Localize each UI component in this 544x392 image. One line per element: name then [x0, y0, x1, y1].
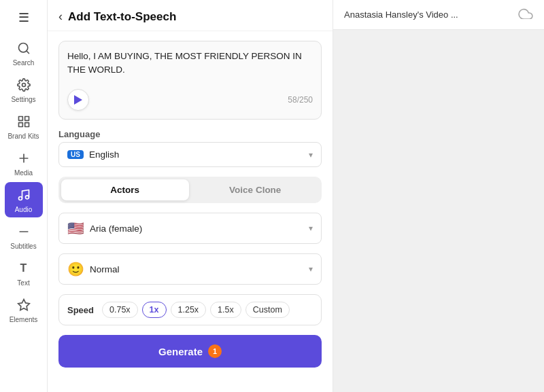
svg-point-2 — [22, 84, 25, 87]
generate-badge: 1 — [208, 344, 222, 358]
speed-label: Speed — [67, 305, 94, 315]
speed-custom[interactable]: Custom — [245, 302, 290, 318]
dropdown-left: US English — [67, 149, 119, 160]
svg-rect-4 — [24, 117, 29, 121]
char-count: 58/250 — [288, 95, 313, 105]
voice-clone-tab[interactable]: Voice Clone — [192, 179, 320, 200]
panel-header: ‹ Add Text-to-Speech — [48, 0, 333, 31]
language-selected: English — [89, 149, 119, 160]
text-input-box[interactable]: Hello, I AM BUYING, THE MOST FRIENDLY PE… — [58, 41, 322, 120]
svg-point-10 — [25, 196, 29, 199]
brand-kits-icon — [15, 113, 33, 130]
speed-125x[interactable]: 1.25x — [171, 302, 207, 318]
generate-label: Generate — [158, 346, 203, 357]
back-button[interactable]: ‹ — [58, 10, 63, 24]
main-area: Anastasia Hansley's Video ... — [333, 0, 544, 392]
text-icon: T — [15, 260, 33, 277]
voice-left: 🇺🇸 Aria (female) — [67, 220, 142, 236]
media-icon — [15, 149, 33, 167]
audio-icon — [15, 186, 33, 204]
sidebar-item-text[interactable]: T Text — [5, 255, 43, 291]
project-title: Anastasia Hansley's Video ... — [344, 10, 458, 20]
voice-dropdown[interactable]: 🇺🇸 Aria (female) ▾ — [58, 213, 322, 244]
svg-line-1 — [26, 51, 29, 54]
sidebar-item-search-label: Search — [13, 59, 35, 67]
speed-1x[interactable]: 1x — [142, 302, 167, 318]
subtitles-icon — [15, 223, 33, 240]
generate-button[interactable]: Generate 1 — [58, 335, 322, 368]
svg-point-9 — [18, 197, 22, 200]
elements-icon — [15, 296, 33, 314]
sidebar-item-search[interactable]: Search — [5, 35, 43, 71]
panel-title: Add Text-to-Speech — [68, 10, 176, 24]
voice-chevron-icon: ▾ — [309, 224, 313, 233]
panel-content: Hello, I AM BUYING, THE MOST FRIENDLY PE… — [48, 31, 333, 377]
svg-rect-6 — [24, 123, 29, 127]
sidebar-item-settings-label: Settings — [11, 96, 35, 103]
tone-left: 🙂 Normal — [67, 261, 120, 277]
sidebar-item-elements-label: Elements — [10, 316, 38, 323]
language-label: Language — [58, 129, 322, 139]
sidebar-item-audio-label: Audio — [15, 206, 33, 213]
voice-flag-icon: 🇺🇸 — [67, 220, 84, 236]
tone-dropdown[interactable]: 🙂 Normal ▾ — [58, 253, 322, 285]
tone-chevron-icon: ▾ — [309, 264, 313, 274]
sidebar-item-subtitles[interactable]: Subtitles — [5, 219, 43, 254]
main-topbar: Anastasia Hansley's Video ... — [333, 0, 544, 30]
svg-rect-5 — [18, 123, 22, 127]
svg-marker-13 — [74, 95, 82, 105]
search-icon — [15, 39, 33, 57]
svg-rect-3 — [18, 117, 22, 121]
sidebar-item-media[interactable]: Media — [5, 145, 43, 181]
sidebar-item-settings[interactable]: Settings — [5, 72, 43, 107]
sidebar-item-elements[interactable]: Elements — [5, 292, 43, 327]
language-section: Language US English ▾ — [58, 129, 322, 167]
voice-tabs: Actors Voice Clone — [58, 177, 322, 203]
language-chevron-icon: ▾ — [309, 150, 313, 160]
tone-emoji-icon: 🙂 — [67, 261, 84, 277]
sidebar-item-brand-kits-label: Brand Kits — [7, 132, 39, 140]
back-icon: ‹ — [58, 10, 63, 24]
canvas-area — [333, 30, 544, 392]
sidebar-item-brand-kits[interactable]: Brand Kits — [5, 109, 43, 144]
speed-row: Speed 0.75x 1x 1.25x 1.5x Custom — [58, 294, 322, 325]
sidebar-item-audio[interactable]: Audio — [5, 182, 43, 217]
sidebar-item-subtitles-label: Subtitles — [10, 243, 36, 250]
speed-075x[interactable]: 0.75x — [102, 302, 138, 318]
text-input-content: Hello, I AM BUYING, THE MOST FRIENDLY PE… — [67, 50, 313, 82]
settings-icon — [15, 76, 33, 94]
sidebar: ☰ Search Settings Brand Kits Media Audio — [0, 0, 48, 392]
sidebar-item-text-label: Text — [17, 279, 29, 287]
cloud-save-icon[interactable] — [518, 7, 533, 22]
actors-tab[interactable]: Actors — [61, 179, 189, 200]
svg-marker-12 — [18, 300, 29, 310]
language-dropdown[interactable]: US English ▾ — [58, 142, 322, 167]
tone-label: Normal — [90, 264, 120, 274]
play-button[interactable] — [67, 89, 89, 111]
speed-15x[interactable]: 1.5x — [210, 302, 241, 318]
flag-badge: US — [67, 150, 84, 159]
text-input-footer: 58/250 — [67, 89, 313, 111]
voice-label: Aria (female) — [90, 224, 142, 234]
sidebar-menu-button[interactable]: ☰ — [10, 5, 37, 30]
speed-options: 0.75x 1x 1.25x 1.5x Custom — [102, 302, 290, 318]
sidebar-item-media-label: Media — [14, 169, 33, 177]
tts-panel: ‹ Add Text-to-Speech Hello, I AM BUYING,… — [48, 0, 333, 392]
menu-icon: ☰ — [18, 10, 29, 25]
